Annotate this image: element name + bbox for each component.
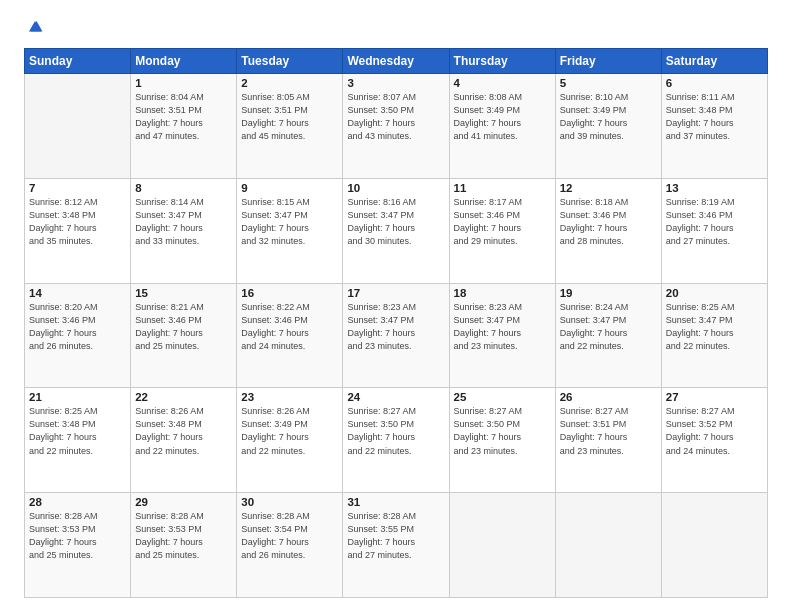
calendar-cell: 13Sunrise: 8:19 AMSunset: 3:46 PMDayligh… — [661, 178, 767, 283]
calendar-week-row: 1Sunrise: 8:04 AMSunset: 3:51 PMDaylight… — [25, 74, 768, 179]
header — [24, 18, 768, 38]
day-number: 8 — [135, 182, 232, 194]
calendar-cell: 30Sunrise: 8:28 AMSunset: 3:54 PMDayligh… — [237, 493, 343, 598]
calendar-header-saturday: Saturday — [661, 49, 767, 74]
day-number: 26 — [560, 391, 657, 403]
calendar-header-thursday: Thursday — [449, 49, 555, 74]
calendar-cell: 15Sunrise: 8:21 AMSunset: 3:46 PMDayligh… — [131, 283, 237, 388]
day-number: 12 — [560, 182, 657, 194]
calendar-header-sunday: Sunday — [25, 49, 131, 74]
cell-info: Sunrise: 8:27 AMSunset: 3:50 PMDaylight:… — [347, 405, 444, 457]
calendar-cell: 20Sunrise: 8:25 AMSunset: 3:47 PMDayligh… — [661, 283, 767, 388]
day-number: 1 — [135, 77, 232, 89]
cell-info: Sunrise: 8:27 AMSunset: 3:52 PMDaylight:… — [666, 405, 763, 457]
cell-info: Sunrise: 8:16 AMSunset: 3:47 PMDaylight:… — [347, 196, 444, 248]
cell-info: Sunrise: 8:05 AMSunset: 3:51 PMDaylight:… — [241, 91, 338, 143]
day-number: 20 — [666, 287, 763, 299]
calendar-page: SundayMondayTuesdayWednesdayThursdayFrid… — [0, 0, 792, 612]
day-number: 6 — [666, 77, 763, 89]
calendar-cell: 21Sunrise: 8:25 AMSunset: 3:48 PMDayligh… — [25, 388, 131, 493]
calendar-cell: 2Sunrise: 8:05 AMSunset: 3:51 PMDaylight… — [237, 74, 343, 179]
calendar-cell: 25Sunrise: 8:27 AMSunset: 3:50 PMDayligh… — [449, 388, 555, 493]
cell-info: Sunrise: 8:14 AMSunset: 3:47 PMDaylight:… — [135, 196, 232, 248]
calendar-cell: 11Sunrise: 8:17 AMSunset: 3:46 PMDayligh… — [449, 178, 555, 283]
day-number: 5 — [560, 77, 657, 89]
logo-icon — [26, 18, 44, 36]
day-number: 29 — [135, 496, 232, 508]
calendar-week-row: 21Sunrise: 8:25 AMSunset: 3:48 PMDayligh… — [25, 388, 768, 493]
calendar-cell: 23Sunrise: 8:26 AMSunset: 3:49 PMDayligh… — [237, 388, 343, 493]
calendar-cell: 14Sunrise: 8:20 AMSunset: 3:46 PMDayligh… — [25, 283, 131, 388]
calendar-week-row: 14Sunrise: 8:20 AMSunset: 3:46 PMDayligh… — [25, 283, 768, 388]
cell-info: Sunrise: 8:12 AMSunset: 3:48 PMDaylight:… — [29, 196, 126, 248]
day-number: 14 — [29, 287, 126, 299]
cell-info: Sunrise: 8:20 AMSunset: 3:46 PMDaylight:… — [29, 301, 126, 353]
cell-info: Sunrise: 8:04 AMSunset: 3:51 PMDaylight:… — [135, 91, 232, 143]
calendar-header-row: SundayMondayTuesdayWednesdayThursdayFrid… — [25, 49, 768, 74]
calendar-cell: 12Sunrise: 8:18 AMSunset: 3:46 PMDayligh… — [555, 178, 661, 283]
calendar-cell: 3Sunrise: 8:07 AMSunset: 3:50 PMDaylight… — [343, 74, 449, 179]
cell-info: Sunrise: 8:10 AMSunset: 3:49 PMDaylight:… — [560, 91, 657, 143]
day-number: 21 — [29, 391, 126, 403]
cell-info: Sunrise: 8:27 AMSunset: 3:50 PMDaylight:… — [454, 405, 551, 457]
cell-info: Sunrise: 8:27 AMSunset: 3:51 PMDaylight:… — [560, 405, 657, 457]
calendar-cell: 26Sunrise: 8:27 AMSunset: 3:51 PMDayligh… — [555, 388, 661, 493]
day-number: 24 — [347, 391, 444, 403]
calendar-cell: 31Sunrise: 8:28 AMSunset: 3:55 PMDayligh… — [343, 493, 449, 598]
calendar-cell: 8Sunrise: 8:14 AMSunset: 3:47 PMDaylight… — [131, 178, 237, 283]
calendar-cell: 29Sunrise: 8:28 AMSunset: 3:53 PMDayligh… — [131, 493, 237, 598]
calendar-cell: 1Sunrise: 8:04 AMSunset: 3:51 PMDaylight… — [131, 74, 237, 179]
calendar-header-wednesday: Wednesday — [343, 49, 449, 74]
day-number: 9 — [241, 182, 338, 194]
day-number: 10 — [347, 182, 444, 194]
cell-info: Sunrise: 8:23 AMSunset: 3:47 PMDaylight:… — [347, 301, 444, 353]
calendar-cell: 27Sunrise: 8:27 AMSunset: 3:52 PMDayligh… — [661, 388, 767, 493]
cell-info: Sunrise: 8:26 AMSunset: 3:49 PMDaylight:… — [241, 405, 338, 457]
day-number: 30 — [241, 496, 338, 508]
day-number: 17 — [347, 287, 444, 299]
calendar-cell: 28Sunrise: 8:28 AMSunset: 3:53 PMDayligh… — [25, 493, 131, 598]
calendar-week-row: 28Sunrise: 8:28 AMSunset: 3:53 PMDayligh… — [25, 493, 768, 598]
cell-info: Sunrise: 8:15 AMSunset: 3:47 PMDaylight:… — [241, 196, 338, 248]
cell-info: Sunrise: 8:22 AMSunset: 3:46 PMDaylight:… — [241, 301, 338, 353]
day-number: 25 — [454, 391, 551, 403]
day-number: 22 — [135, 391, 232, 403]
cell-info: Sunrise: 8:28 AMSunset: 3:53 PMDaylight:… — [135, 510, 232, 562]
calendar-cell: 24Sunrise: 8:27 AMSunset: 3:50 PMDayligh… — [343, 388, 449, 493]
calendar-cell: 16Sunrise: 8:22 AMSunset: 3:46 PMDayligh… — [237, 283, 343, 388]
cell-info: Sunrise: 8:28 AMSunset: 3:55 PMDaylight:… — [347, 510, 444, 562]
cell-info: Sunrise: 8:28 AMSunset: 3:54 PMDaylight:… — [241, 510, 338, 562]
cell-info: Sunrise: 8:25 AMSunset: 3:47 PMDaylight:… — [666, 301, 763, 353]
cell-info: Sunrise: 8:21 AMSunset: 3:46 PMDaylight:… — [135, 301, 232, 353]
day-number: 16 — [241, 287, 338, 299]
calendar-header-friday: Friday — [555, 49, 661, 74]
day-number: 4 — [454, 77, 551, 89]
day-number: 2 — [241, 77, 338, 89]
day-number: 3 — [347, 77, 444, 89]
day-number: 31 — [347, 496, 444, 508]
calendar-cell: 4Sunrise: 8:08 AMSunset: 3:49 PMDaylight… — [449, 74, 555, 179]
day-number: 11 — [454, 182, 551, 194]
calendar-table: SundayMondayTuesdayWednesdayThursdayFrid… — [24, 48, 768, 598]
logo — [24, 18, 44, 38]
day-number: 28 — [29, 496, 126, 508]
calendar-cell: 6Sunrise: 8:11 AMSunset: 3:48 PMDaylight… — [661, 74, 767, 179]
calendar-cell — [25, 74, 131, 179]
cell-info: Sunrise: 8:19 AMSunset: 3:46 PMDaylight:… — [666, 196, 763, 248]
day-number: 13 — [666, 182, 763, 194]
calendar-cell: 10Sunrise: 8:16 AMSunset: 3:47 PMDayligh… — [343, 178, 449, 283]
calendar-cell: 17Sunrise: 8:23 AMSunset: 3:47 PMDayligh… — [343, 283, 449, 388]
calendar-cell — [661, 493, 767, 598]
cell-info: Sunrise: 8:17 AMSunset: 3:46 PMDaylight:… — [454, 196, 551, 248]
calendar-cell: 7Sunrise: 8:12 AMSunset: 3:48 PMDaylight… — [25, 178, 131, 283]
calendar-cell: 18Sunrise: 8:23 AMSunset: 3:47 PMDayligh… — [449, 283, 555, 388]
cell-info: Sunrise: 8:25 AMSunset: 3:48 PMDaylight:… — [29, 405, 126, 457]
calendar-header-monday: Monday — [131, 49, 237, 74]
cell-info: Sunrise: 8:08 AMSunset: 3:49 PMDaylight:… — [454, 91, 551, 143]
calendar-cell: 19Sunrise: 8:24 AMSunset: 3:47 PMDayligh… — [555, 283, 661, 388]
day-number: 23 — [241, 391, 338, 403]
day-number: 15 — [135, 287, 232, 299]
cell-info: Sunrise: 8:28 AMSunset: 3:53 PMDaylight:… — [29, 510, 126, 562]
calendar-cell — [555, 493, 661, 598]
day-number: 19 — [560, 287, 657, 299]
